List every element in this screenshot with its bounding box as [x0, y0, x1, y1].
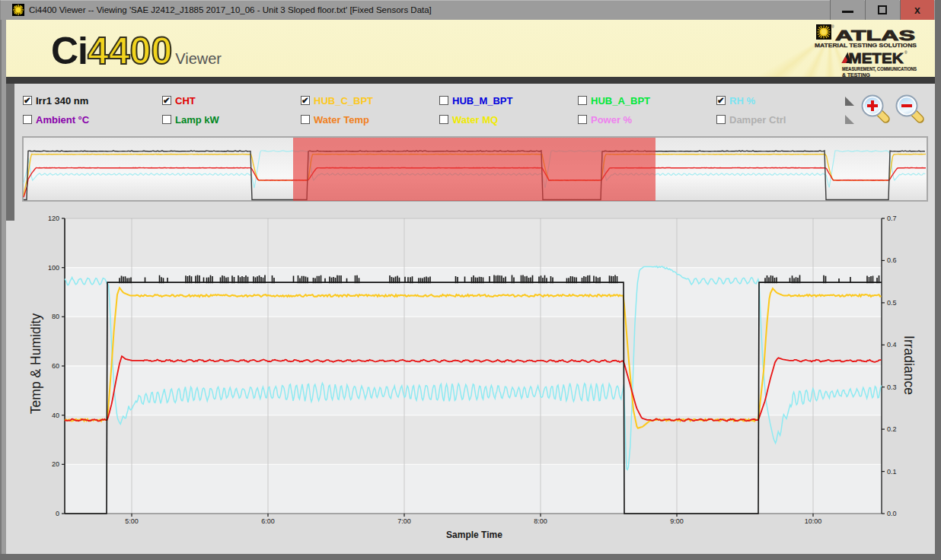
svg-text:0.3: 0.3 [887, 383, 897, 391]
svg-text:®: ® [904, 50, 908, 55]
svg-text:0.5: 0.5 [887, 299, 897, 307]
svg-text:10:00: 10:00 [805, 517, 822, 525]
svg-text:Irradiance: Irradiance [901, 336, 917, 395]
svg-text:0.4: 0.4 [887, 341, 897, 348]
svg-text:0.1: 0.1 [887, 468, 897, 476]
svg-text:ATLAS: ATLAS [835, 27, 915, 43]
svg-text:MEASUREMENT, COMMUNICATIONS: MEASUREMENT, COMMUNICATIONS [842, 66, 917, 72]
svg-text:METEK: METEK [849, 50, 904, 66]
svg-text:5:00: 5:00 [125, 517, 139, 525]
svg-text:80: 80 [52, 313, 59, 320]
svg-text:40: 40 [52, 412, 59, 419]
svg-text:Sample Time: Sample Time [446, 530, 502, 540]
svg-text:7:00: 7:00 [397, 517, 411, 525]
svg-text:60: 60 [52, 362, 59, 370]
svg-text:MATERIAL TESTING SOLUTIONS: MATERIAL TESTING SOLUTIONS [815, 42, 917, 49]
svg-text:6:00: 6:00 [261, 517, 275, 525]
svg-text:0.2: 0.2 [887, 425, 897, 433]
svg-text:0.6: 0.6 [887, 256, 897, 264]
svg-text:8:00: 8:00 [534, 517, 547, 525]
svg-text:®: ® [831, 24, 834, 29]
svg-text:20: 20 [52, 460, 59, 468]
svg-text:9:00: 9:00 [670, 517, 684, 525]
svg-text:Temp & Humidity: Temp & Humidity [28, 313, 43, 415]
svg-text:0.7: 0.7 [887, 215, 897, 222]
svg-text:0.0: 0.0 [887, 510, 897, 517]
svg-text:100: 100 [48, 264, 59, 272]
svg-text:0: 0 [56, 510, 59, 517]
svg-text:120: 120 [48, 215, 59, 222]
